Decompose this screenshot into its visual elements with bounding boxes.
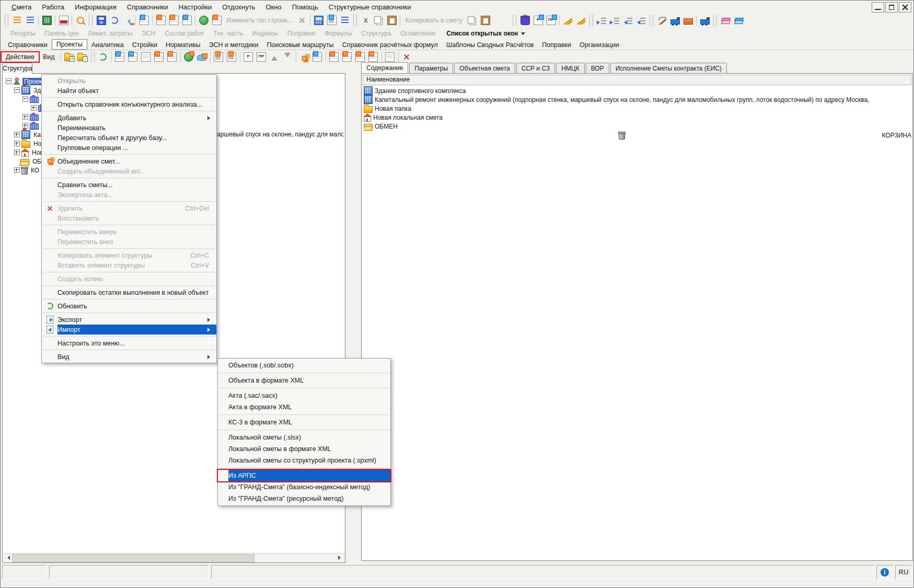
column-header-name[interactable]: Наименование <box>363 75 911 85</box>
menu-item-group-operations[interactable]: Групповые операции ... <box>42 143 216 153</box>
menu-item-import[interactable]: Импорт <box>42 325 216 335</box>
tab-organizacii[interactable]: Организации <box>575 40 623 50</box>
tab-spravochnik-formul[interactable]: Справочник расчётных формул <box>338 40 442 50</box>
structure-view-button[interactable] <box>10 15 24 27</box>
menu-item-act-expertise[interactable]: Экспертиза акта... <box>42 190 216 200</box>
list-item[interactable]: Капитальный ремонт инженерных сооружений… <box>364 95 911 104</box>
open-windows-dropdown[interactable]: Список открытых окон <box>440 29 528 38</box>
params-2-button[interactable] <box>225 51 238 63</box>
machines-button[interactable] <box>668 15 681 27</box>
indent-left-all-button[interactable] <box>634 15 647 27</box>
menu-item-add[interactable]: Добавить <box>42 113 216 123</box>
menu-item-open[interactable]: Открыть <box>42 76 216 86</box>
copy-document-button[interactable] <box>466 15 479 27</box>
price-r-button[interactable]: Р <box>531 15 545 27</box>
refresh-button[interactable] <box>108 15 121 27</box>
send-button[interactable] <box>197 15 210 27</box>
tab-esn-metodiki[interactable]: ЭСН и методики <box>204 40 262 50</box>
menu-informacia[interactable]: Информация <box>70 2 121 13</box>
tab-ssr-sz[interactable]: ССР и СЗ <box>516 63 556 74</box>
tree-row-object[interactable] <box>22 112 39 121</box>
tab-obektnaya-smeta[interactable]: Объектная смета <box>454 63 515 74</box>
panel-resources[interactable]: Ресурсы <box>6 29 40 38</box>
tab-stroiki[interactable]: Стройки <box>128 40 161 50</box>
row-type-3-button[interactable] <box>180 15 193 27</box>
tab-spravochniki[interactable]: Справочники <box>4 40 52 50</box>
delivery-button[interactable] <box>698 15 711 27</box>
refresh-tree-button[interactable] <box>97 51 110 63</box>
search-button[interactable] <box>74 15 87 27</box>
collapse-icon[interactable] <box>14 87 20 93</box>
panel-prices[interactable]: Панель цен <box>40 29 83 38</box>
expand-icon[interactable] <box>14 167 20 173</box>
scrollbar-thumb[interactable] <box>12 554 254 562</box>
insert-item-button[interactable] <box>140 51 153 63</box>
list-item[interactable]: КОРЗИНА <box>364 131 911 140</box>
menu-item-refresh[interactable]: Обновить <box>42 301 216 311</box>
cost-fz-button[interactable] <box>367 51 380 63</box>
tree-row-korzina[interactable]: КО <box>14 166 41 175</box>
collapse-icon[interactable] <box>6 78 11 84</box>
submenu-item-objects-sob[interactable]: Объектов (.sob/.sobx) <box>218 360 390 371</box>
undo-cell-button[interactable] <box>137 15 151 27</box>
price-pr-button[interactable]: ПР <box>545 15 558 27</box>
menu-item-copy-structure-element[interactable]: Копировать элемент структурыCtrl+C <box>42 250 216 260</box>
menu-rabota[interactable]: Работа <box>37 2 69 13</box>
panel-formulas[interactable]: Формулы <box>320 29 356 38</box>
menu-item-find-object[interactable]: Найти объект <box>42 86 216 96</box>
expand-icon[interactable] <box>14 149 20 155</box>
calculator-button[interactable] <box>312 15 325 27</box>
list-item[interactable]: ОБМЕН <box>364 122 911 131</box>
bricks-button[interactable] <box>681 15 695 27</box>
menu-otdohnut[interactable]: Отдохнуть <box>217 2 260 13</box>
indent-right-all-button[interactable] <box>608 15 621 27</box>
clear-row-type-button[interactable] <box>295 15 308 27</box>
list-item[interactable]: Новая папка <box>364 104 911 113</box>
copy-to-estimate-button[interactable]: Копировать в смету <box>402 15 466 27</box>
row-type-2-button[interactable] <box>167 15 180 27</box>
submenu-item-from-arps[interactable]: Из АРПС <box>218 470 390 481</box>
sort-button[interactable] <box>338 15 351 27</box>
change-row-type-button[interactable]: Изменить тип строки... <box>223 15 295 27</box>
panel-toc[interactable]: Оглавление <box>396 29 440 38</box>
submenu-item-from-grand-basis-index[interactable]: Из "ГРАНД-Смета" (базисно-индексный мето… <box>218 481 390 493</box>
menu-item-recalc-other-base[interactable]: Пересчитать объект в другую базу... <box>42 133 216 143</box>
move-down-button[interactable] <box>281 51 294 63</box>
view-menu-button[interactable]: Вид <box>39 52 59 62</box>
menu-item-merge-estimates[interactable]: Объединение смет... <box>42 156 216 166</box>
status-info-cell[interactable] <box>876 565 893 579</box>
price-pr-tree-button[interactable]: ПР <box>255 51 268 63</box>
submenu-item-local-estimate-xml[interactable]: Локальной сметы в формате XML <box>218 443 390 455</box>
menu-item-delete[interactable]: УдалитьCtrl+Del <box>42 203 216 213</box>
menu-pomosh[interactable]: Помощь <box>287 2 323 13</box>
tree-row-new-estimate[interactable]: Нов <box>14 148 45 157</box>
submenu-item-from-grand-resource[interactable]: Из "ГРАНД-Смета" (ресурсный метод) <box>218 493 390 504</box>
scroll-left-button[interactable] <box>3 554 11 562</box>
tab-proekty[interactable]: Проекты <box>52 39 87 50</box>
minimize-button[interactable] <box>872 2 884 13</box>
submenu-item-ks3-xml[interactable]: КС-3 в формате XML <box>218 417 390 428</box>
menu-item-compare-estimates[interactable]: Сравнить сметы... <box>42 180 216 190</box>
submenu-item-local-estimate-slsx[interactable]: Локальной сметы (.slsx) <box>218 432 390 443</box>
recalc-cloud-button[interactable] <box>195 51 209 63</box>
language-indicator[interactable]: RU <box>895 565 912 579</box>
submenu-item-act-xml[interactable]: Акта в формате XML <box>218 401 390 413</box>
totals-button[interactable] <box>311 51 324 63</box>
tab-popravki[interactable]: Поправки <box>538 40 575 50</box>
paste-button[interactable] <box>385 15 398 27</box>
folder-remove-button[interactable]: - <box>76 51 89 63</box>
undo-button[interactable] <box>121 15 134 27</box>
menu-item-move-down[interactable]: Переместить вниз <box>42 237 216 247</box>
price-r-tree-button[interactable]: Р <box>242 51 255 63</box>
cost-pz-button[interactable] <box>354 51 367 63</box>
list-item[interactable]: Новая локальная смета <box>364 113 911 122</box>
menu-item-move-up[interactable]: Переместить вверх <box>42 227 216 237</box>
menu-item-customize-menu[interactable]: Настроить это меню... <box>42 338 216 348</box>
tab-shablony-svodnyh[interactable]: Шаблоны Сводных Расчётов <box>442 40 538 50</box>
structure-add-button[interactable] <box>24 15 37 27</box>
copy-button[interactable] <box>372 15 385 27</box>
excel-export-button[interactable] <box>40 15 53 27</box>
tree-row-obmen[interactable]: ОБ <box>20 157 43 166</box>
panel-corrections[interactable]: Поправки <box>283 29 320 38</box>
expand-icon[interactable] <box>22 114 28 120</box>
